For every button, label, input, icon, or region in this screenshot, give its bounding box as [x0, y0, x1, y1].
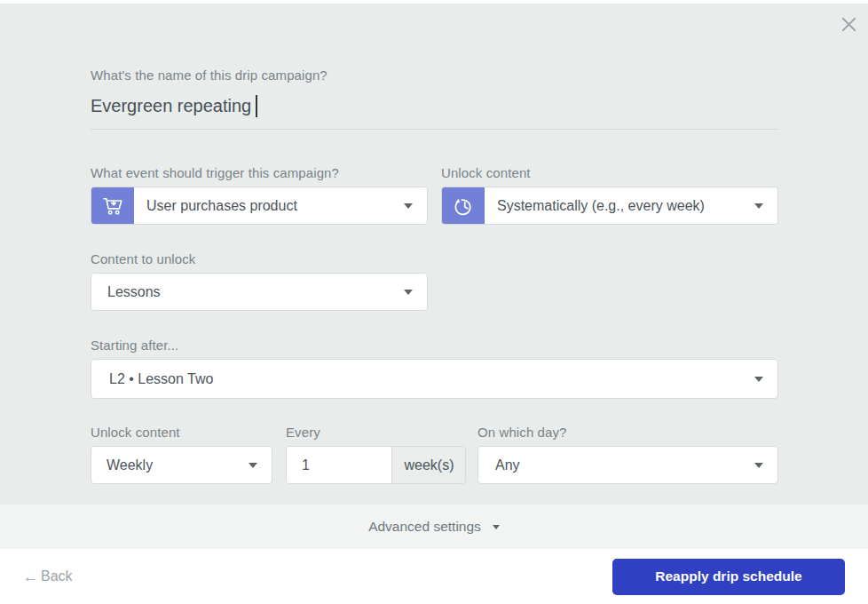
- chevron-down-icon: [493, 525, 500, 529]
- chevron-down-icon: [249, 463, 257, 468]
- chevron-down-icon: [754, 203, 763, 209]
- input-underline: [91, 129, 778, 130]
- advanced-settings-toggle[interactable]: Advanced settings: [0, 505, 868, 549]
- interval-unit-suffix: week(s): [391, 447, 466, 483]
- frequency-label: Unlock content: [91, 425, 180, 440]
- content-type-select[interactable]: Lessons: [91, 273, 428, 311]
- advanced-settings-label: Advanced settings: [368, 519, 481, 535]
- starting-after-select[interactable]: L2 • Lesson Two: [91, 359, 778, 399]
- cart-download-icon: [91, 187, 134, 224]
- close-button[interactable]: [837, 12, 860, 36]
- trigger-select[interactable]: User purchases product: [91, 187, 428, 225]
- day-value: Any: [495, 457, 520, 473]
- frequency-value: Weekly: [107, 457, 153, 473]
- campaign-name-value: Evergreen repeating: [91, 96, 251, 116]
- chevron-down-icon: [754, 463, 763, 468]
- arrow-left-icon: ←: [23, 569, 38, 584]
- chevron-down-icon: [404, 290, 413, 295]
- chevron-down-icon: [404, 203, 413, 209]
- day-select[interactable]: Any: [477, 446, 778, 484]
- unlock-mode-label: Unlock content: [441, 165, 531, 180]
- modal-top-edge: [0, 0, 868, 4]
- unlock-mode-value: Systematically (e.g., every week): [497, 198, 705, 214]
- starting-after-label: Starting after...: [91, 338, 178, 353]
- back-label: Back: [41, 568, 73, 584]
- trigger-label: What event should trigger this campaign?: [91, 165, 339, 180]
- content-type-label: Content to unlock: [91, 251, 195, 266]
- frequency-select[interactable]: Weekly: [91, 446, 272, 484]
- back-button[interactable]: ← Back: [23, 568, 73, 584]
- interval-label: Every: [286, 425, 320, 440]
- trigger-value: User purchases product: [146, 198, 297, 214]
- starting-after-value: L2 • Lesson Two: [109, 371, 213, 387]
- campaign-name-input[interactable]: Evergreen repeating: [91, 95, 257, 117]
- modal-footer: ← Back Reapply drip schedule: [0, 549, 868, 604]
- close-icon: [840, 16, 857, 33]
- chevron-down-icon: [754, 377, 763, 382]
- interval-input-group: week(s): [286, 446, 466, 484]
- campaign-name-label: What's the name of this drip campaign?: [91, 68, 327, 83]
- reapply-drip-schedule-button[interactable]: Reapply drip schedule: [612, 559, 845, 595]
- history-clock-icon: [442, 187, 485, 224]
- unlock-mode-select[interactable]: Systematically (e.g., every week): [441, 187, 778, 225]
- interval-input[interactable]: [287, 447, 391, 483]
- day-label: On which day?: [477, 425, 567, 440]
- content-type-value: Lessons: [107, 284, 161, 300]
- text-caret: [256, 95, 257, 117]
